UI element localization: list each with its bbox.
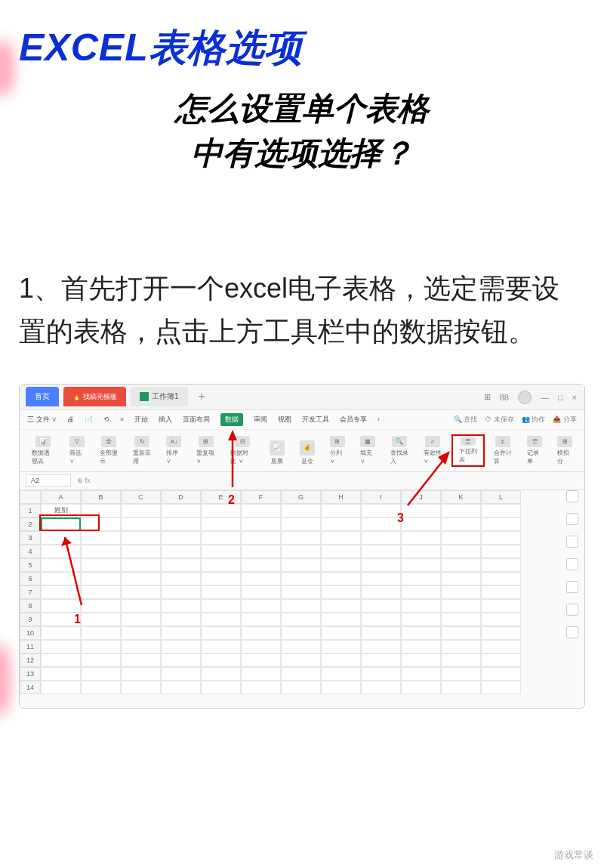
cell[interactable] — [201, 517, 241, 531]
cell[interactable] — [41, 653, 81, 667]
cell[interactable] — [121, 653, 161, 667]
cell[interactable] — [441, 558, 481, 572]
cell[interactable] — [401, 681, 441, 694]
cell[interactable] — [281, 572, 321, 585]
tab-dev[interactable]: 开发工具 — [302, 415, 329, 425]
cell[interactable] — [241, 640, 281, 653]
cell[interactable] — [361, 613, 401, 626]
cell[interactable] — [321, 531, 361, 545]
cell[interactable] — [401, 653, 441, 667]
tab-start[interactable]: 开始 — [134, 415, 148, 425]
cell[interactable] — [41, 585, 81, 599]
cell[interactable] — [201, 558, 241, 572]
cell[interactable] — [241, 504, 281, 517]
cell[interactable] — [401, 531, 441, 545]
grid-icon[interactable]: ⊞ — [484, 392, 491, 402]
cell[interactable] — [81, 613, 121, 626]
cell[interactable] — [161, 681, 201, 694]
cell[interactable] — [81, 626, 121, 640]
cell[interactable] — [241, 531, 281, 545]
cell[interactable] — [81, 585, 121, 599]
cell[interactable] — [201, 545, 241, 558]
cell[interactable] — [481, 626, 521, 640]
row-header-2[interactable]: 2 — [20, 517, 41, 531]
cell[interactable] — [121, 504, 161, 517]
undo-icon[interactable]: ⟲ — [103, 415, 109, 423]
cell[interactable] — [241, 558, 281, 572]
cell[interactable] — [241, 585, 281, 599]
col-header-A[interactable]: A — [41, 490, 81, 504]
cell[interactable] — [321, 599, 361, 613]
cell[interactable] — [481, 653, 521, 667]
cell[interactable] — [201, 572, 241, 585]
cell[interactable] — [121, 640, 161, 653]
tab-vip[interactable]: 会员专享 — [340, 415, 367, 425]
cell[interactable] — [121, 626, 161, 640]
cell[interactable] — [361, 667, 401, 681]
cell[interactable] — [161, 640, 201, 653]
new-tab-button[interactable]: + — [199, 390, 205, 403]
cell[interactable] — [201, 681, 241, 694]
cell[interactable] — [201, 531, 241, 545]
cell[interactable] — [401, 572, 441, 585]
cell[interactable] — [481, 585, 521, 599]
cell[interactable] — [321, 517, 361, 531]
cell[interactable] — [401, 545, 441, 558]
file-menu[interactable]: 三 文件 ∨ — [27, 415, 57, 425]
cell[interactable] — [361, 626, 401, 640]
tab-review[interactable]: 审阅 — [254, 415, 267, 425]
toolbar-全部显示[interactable]: 全全部显示 — [94, 434, 124, 467]
cell[interactable] — [321, 585, 361, 599]
cell[interactable] — [241, 653, 281, 667]
cell[interactable] — [481, 545, 521, 558]
side-tool-1[interactable] — [566, 490, 578, 502]
cell[interactable] — [81, 545, 121, 558]
cell[interactable] — [81, 640, 121, 653]
toolbar-模拟分[interactable]: ⊞模拟分 — [551, 434, 578, 467]
minimize-button[interactable]: — — [541, 393, 549, 402]
cell[interactable] — [161, 585, 201, 599]
cell[interactable] — [81, 572, 121, 585]
cell[interactable] — [481, 640, 521, 653]
cell[interactable] — [121, 667, 161, 681]
cell[interactable] — [161, 626, 201, 640]
cell[interactable] — [321, 545, 361, 558]
cell[interactable] — [401, 517, 441, 531]
cell[interactable] — [281, 681, 321, 694]
cell[interactable] — [121, 599, 161, 613]
cell-reference-box[interactable]: A2 — [26, 474, 71, 487]
cell[interactable] — [441, 545, 481, 558]
maximize-button[interactable]: □ — [558, 393, 563, 402]
cell[interactable] — [241, 613, 281, 626]
row-header-4[interactable]: 4 — [20, 545, 41, 558]
cell[interactable] — [241, 545, 281, 558]
tab-workbook[interactable]: 工作簿1 — [131, 387, 188, 406]
cell[interactable] — [281, 613, 321, 626]
cell[interactable] — [401, 626, 441, 640]
cell[interactable] — [241, 517, 281, 531]
cell[interactable] — [201, 640, 241, 653]
cell[interactable] — [121, 531, 161, 545]
cell[interactable] — [361, 531, 401, 545]
cell[interactable] — [41, 545, 81, 558]
cell[interactable] — [401, 558, 441, 572]
row-header-1[interactable]: 1 — [20, 504, 41, 517]
cells-area[interactable]: 姓别 — [41, 504, 584, 694]
cell[interactable] — [81, 504, 121, 517]
cell[interactable] — [361, 640, 401, 653]
col-header-F[interactable]: F — [241, 490, 281, 504]
cell[interactable] — [321, 667, 361, 681]
cell[interactable] — [361, 517, 401, 531]
cell[interactable] — [481, 681, 521, 694]
col-header-G[interactable]: G — [281, 490, 321, 504]
cell[interactable] — [81, 599, 121, 613]
side-tool-7[interactable] — [566, 626, 578, 638]
collab-label[interactable]: 👥 协作 — [522, 415, 546, 425]
cell[interactable] — [481, 613, 521, 626]
cell[interactable] — [481, 667, 521, 681]
cell[interactable] — [161, 504, 201, 517]
cell[interactable] — [41, 681, 81, 694]
cell[interactable] — [121, 545, 161, 558]
row-header-13[interactable]: 13 — [20, 667, 41, 681]
cell[interactable] — [441, 572, 481, 585]
